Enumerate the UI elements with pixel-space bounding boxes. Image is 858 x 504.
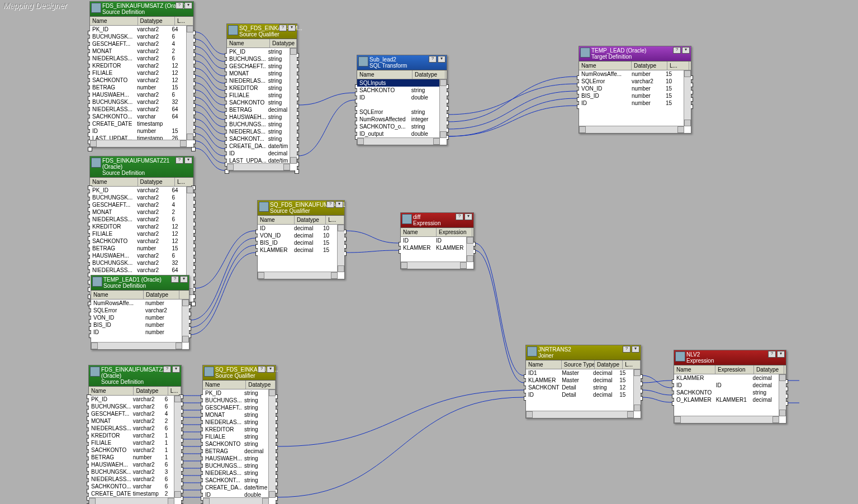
field-row[interactable]: VON_IDnumber	[91, 314, 182, 321]
field-row[interactable]: KREDITORvarchar21	[89, 432, 174, 439]
field-row[interactable]: IDnumber15	[90, 127, 187, 135]
connection-line[interactable]	[298, 100, 355, 156]
connection-line[interactable]	[195, 126, 225, 149]
node-header[interactable]: Sub_lead2SQL Transform?▾	[357, 55, 447, 70]
field-row[interactable]: GESCHAEFT...string	[227, 63, 290, 70]
col-datatype[interactable]: Datatype	[138, 178, 175, 186]
connection-line[interactable]	[190, 238, 255, 320]
field-row[interactable]: BIS_IDdecimal15	[258, 239, 338, 246]
connection-line[interactable]	[277, 397, 524, 497]
col-datatype[interactable]: Datatype	[595, 360, 623, 369]
node-header[interactable]: NLV2Expression?▾	[674, 350, 786, 365]
connection-line[interactable]	[448, 98, 577, 136]
node-header[interactable]: TEMP_LEAD1 (Oracle)Source Definition?▾	[91, 275, 189, 291]
connection-line[interactable]	[475, 243, 524, 375]
field-row[interactable]: FILIALEvarchar212	[90, 69, 187, 77]
field-row[interactable]: PK_IDvarchar264	[90, 187, 187, 194]
scrollbar-vertical[interactable]	[182, 299, 189, 343]
node-src2b[interactable]: FDS_EINKAUFUMSATZ2 (Oracle)Source Defini…	[88, 365, 182, 504]
toggle-button[interactable]: ▾	[335, 201, 343, 208]
field-row[interactable]: NIEDERLAS...string	[227, 77, 290, 84]
col-name[interactable]: Name	[357, 70, 413, 79]
field-row[interactable]: SACHKONT...string	[227, 135, 290, 142]
field-row[interactable]: KREDITORstring	[227, 84, 290, 92]
field-row[interactable]: HAUSWAEH...varchar26	[90, 252, 187, 259]
field-row[interactable]: FILIALEvarchar212	[90, 230, 187, 237]
field-row[interactable]: IDnumber15	[579, 99, 684, 107]
scrollbar-vertical[interactable]	[186, 26, 193, 140]
field-row[interactable]: SACHKONT...string	[203, 477, 269, 484]
field-row[interactable]: BUCHUNGS...string	[227, 55, 290, 63]
connection-line[interactable]	[345, 250, 399, 253]
connection-line[interactable]	[195, 134, 225, 156]
col-name[interactable]: Name	[90, 178, 138, 186]
field-row[interactable]: BETRAGdecimal	[203, 448, 269, 455]
connection-line[interactable]	[195, 61, 225, 83]
field-row[interactable]: IDdecimal10	[258, 225, 338, 232]
toggle-button[interactable]: ▾	[288, 25, 296, 31]
field-row[interactable]: KLAMMERKLAMMER	[401, 244, 467, 251]
node-sq1[interactable]: SQ_FDS_EINKAUFUM...Source Qualifier?▾Nam…	[226, 23, 297, 171]
field-row[interactable]: HAUSWAEH...varchar26	[89, 461, 174, 468]
field-row[interactable]: SQLErrorvarchar210	[579, 78, 684, 85]
toggle-button[interactable]: ▾	[777, 351, 785, 358]
help-button[interactable]: ?	[623, 346, 631, 353]
field-row[interactable]: GESCHAEFT...string	[203, 404, 269, 411]
field-row[interactable]: BUCHUNGSK...varchar23	[89, 468, 174, 476]
scrollbar-vertical[interactable]	[466, 237, 473, 262]
scrollbar-horizontal[interactable]	[90, 140, 187, 147]
toggle-button[interactable]: ▾	[184, 2, 192, 9]
field-row[interactable]: IDID	[401, 237, 467, 244]
connection-line[interactable]	[448, 91, 577, 129]
scrollbar-vertical[interactable]	[633, 369, 641, 411]
col-datatype[interactable]: Datatype	[144, 291, 179, 299]
scrollbar-vertical[interactable]	[337, 225, 344, 272]
toggle-button[interactable]: ▾	[184, 157, 192, 164]
field-row[interactable]: IDnumber	[91, 329, 182, 336]
scrollbar-horizontal[interactable]	[91, 342, 182, 349]
field-row[interactable]: NumRowsAffe...number15	[579, 70, 684, 78]
toggle-button[interactable]: ▾	[267, 366, 274, 373]
field-row[interactable]: NIEDERLASS...varchar264	[90, 106, 187, 113]
field-row[interactable]: SACHKONTOstring	[203, 440, 269, 448]
scrollbar-vertical[interactable]	[174, 396, 181, 498]
field-row[interactable]: CREATE_DATEtimestamp	[90, 120, 187, 127]
field-row[interactable]: CREATE_DA...date/tim	[227, 142, 290, 150]
col-len[interactable]: L...	[623, 360, 641, 369]
connection-line[interactable]	[195, 54, 225, 76]
scrollbar-horizontal[interactable]	[579, 126, 684, 133]
node-header[interactable]: JNRTRANS2Joiner?▾	[526, 345, 641, 360]
scrollbar-vertical[interactable]	[290, 48, 297, 164]
col-expr[interactable]: Expression	[715, 365, 754, 374]
scrollbar-horizontal[interactable]	[258, 272, 338, 279]
scrollbar-vertical[interactable]	[779, 374, 786, 416]
field-row[interactable]: FILIALEvarchar21	[89, 439, 174, 446]
scrollbar-horizontal[interactable]	[227, 163, 290, 170]
node-header[interactable]: SQ_FDS_EINKAUFUMSATZ1Source Qualifier?▾	[258, 201, 344, 216]
col-name[interactable]: Name	[203, 381, 246, 389]
field-row[interactable]: BUCHUNGSK...varchar26	[90, 194, 187, 201]
col-expr[interactable]: Expression	[437, 228, 472, 236]
col-datatype[interactable]: Datatype	[632, 61, 667, 70]
connection-line[interactable]	[190, 245, 255, 327]
field-row[interactable]: BUCHUNGSK...varchar232	[90, 98, 187, 106]
col-name[interactable]: Name	[526, 360, 562, 369]
field-row[interactable]: KREDITORvarchar212	[90, 223, 187, 230]
field-row[interactable]: NIEDERLASS...varchar26	[89, 476, 174, 483]
connection-line[interactable]	[190, 253, 255, 335]
field-row[interactable]: NIEDERLASS...varchar264	[90, 267, 187, 274]
field-row[interactable]: VON_IDnumber15	[579, 85, 684, 92]
help-button[interactable]: ?	[673, 47, 681, 54]
node-tempLead1[interactable]: TEMP_LEAD1 (Oracle)Source Definition?▾Na…	[91, 275, 189, 350]
connection-line[interactable]	[195, 104, 225, 127]
field-row[interactable]: IDdecimal	[227, 150, 290, 157]
field-row[interactable]: FILIALEstring	[227, 92, 290, 99]
field-row[interactable]: NIEDERLAS...string	[203, 419, 269, 426]
col-datatype[interactable]: Datatype	[134, 387, 168, 395]
connection-line[interactable]	[298, 93, 355, 105]
help-button[interactable]: ?	[176, 2, 183, 9]
scrollbar-horizontal[interactable]	[89, 497, 174, 504]
field-row[interactable]: SACHKONTOvarchar212	[90, 237, 187, 245]
field-row[interactable]: KREDITORstring	[203, 426, 269, 433]
col-name[interactable]: Name	[674, 365, 715, 374]
